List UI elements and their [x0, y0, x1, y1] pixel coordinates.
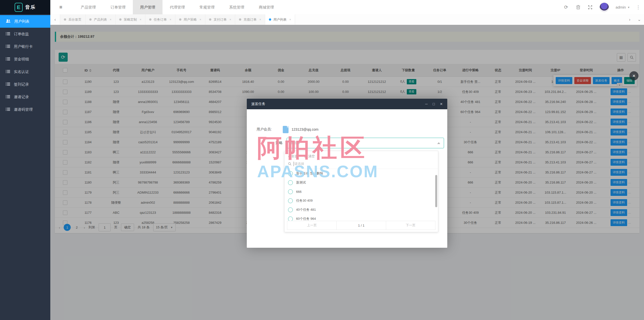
tab-close-icon[interactable]: ×	[229, 18, 231, 21]
modal-title: 派发任务	[251, 102, 265, 106]
menu-item[interactable]: 代理管理	[163, 0, 192, 14]
tab-用户策略[interactable]: 用户策略×	[175, 14, 205, 25]
tabs-scroll-left-icon[interactable]: ‹	[50, 14, 60, 25]
sidebar-item-label: 用户列表	[14, 19, 29, 24]
chevron-down-icon: ▾	[628, 6, 629, 9]
tab-任务订单[interactable]: 任务订单×	[145, 14, 175, 25]
select-all-link[interactable]: ≡ 全选	[288, 154, 298, 159]
dropdown-option[interactable]: 40个任务 481	[285, 205, 438, 214]
app-title: 音乐	[25, 4, 36, 11]
search-icon	[288, 162, 292, 166]
tab-label: 充值订单	[244, 17, 257, 22]
sidebar-item-label: 用户银行卡	[14, 44, 33, 49]
sidebar-item-签到记录[interactable]: 签到记录	[0, 78, 50, 91]
radio-icon[interactable]	[288, 180, 293, 185]
clear-icon: ⊠	[304, 155, 307, 158]
header-actions: ⟳ admin ▾ ⋮	[563, 0, 640, 14]
fullscreen-icon[interactable]	[587, 5, 593, 10]
menu-item[interactable]: 系统管理	[222, 0, 252, 14]
menu-item[interactable]: 用户管理	[133, 0, 163, 14]
radio-icon[interactable]	[288, 217, 293, 221]
sidebar-item-label: 邀请记录	[14, 95, 29, 99]
dropdown-scrollbar[interactable]	[435, 175, 437, 207]
tabs-menu-icon[interactable]: ⌄	[634, 14, 644, 25]
menu-item[interactable]: 产品管理	[73, 0, 103, 14]
more-menu-icon[interactable]: ⋮	[636, 5, 640, 10]
sidebar-item-label: 实名认证	[14, 69, 29, 74]
dropdown-option[interactable]: 666	[285, 187, 438, 196]
option-label: 666	[296, 190, 302, 194]
dropdown-option[interactable]: 新测试	[285, 178, 438, 187]
tab-close-icon[interactable]: ×	[170, 18, 171, 21]
tab-支付订单[interactable]: 支付订单×	[205, 14, 235, 25]
select-all-label: 全选	[291, 154, 298, 159]
sidebar-item-邀请码管理[interactable]: 邀请码管理	[0, 103, 50, 116]
tab-label: 任务订单	[154, 17, 167, 22]
dropdown-search[interactable]: 请选择	[285, 160, 438, 169]
sidebar-item-邀请记录[interactable]: 邀请记录	[0, 91, 50, 103]
username[interactable]: admin	[616, 5, 626, 9]
dropdown-next-page[interactable]: 下一页	[386, 221, 435, 230]
list-icon	[6, 82, 10, 87]
tabs-right-controls: › ⌄	[625, 14, 644, 25]
radio-icon[interactable]	[288, 198, 293, 203]
clear-link[interactable]: ⊠ 清空	[304, 154, 315, 159]
option-label: 40个任务 481	[296, 207, 316, 212]
dropdown-prev-page[interactable]: 上一页	[287, 221, 337, 230]
strategy-select-placeholder: 请选择	[290, 141, 300, 145]
option-label: 任务30 409	[296, 198, 313, 203]
tab-dot-icon	[89, 18, 92, 21]
modal-body: 用户会员: 123123@qq.com 策略 请选择 ≡ 全选 ⊠ 清空	[247, 109, 447, 248]
tab-产品列表[interactable]: 产品列表×	[86, 14, 115, 25]
menu-item[interactable]: 常规管理	[192, 0, 222, 14]
option-label: 60个任务 964	[296, 217, 316, 221]
tab-label: 用户策略	[184, 17, 197, 22]
dropdown-search-placeholder: 请选择	[294, 162, 304, 166]
modal-header[interactable]: 派发任务 ─ □ ✕	[247, 99, 447, 109]
radio-icon[interactable]	[288, 171, 293, 176]
maximize-icon[interactable]: □	[433, 102, 435, 106]
tab-用户列表[interactable]: 用户列表×	[265, 14, 295, 25]
sidebar-item-实名认证[interactable]: 实名认证	[0, 65, 50, 78]
menu-item[interactable]: 订单管理	[103, 0, 133, 14]
avatar[interactable]	[599, 3, 609, 12]
trash-icon[interactable]	[575, 5, 581, 10]
list-icon	[6, 70, 10, 74]
dropdown-options: 新手任务 禁止删除新测试666任务30 40940个任务 48160个任务 96…	[285, 169, 438, 223]
sidebar-item-资金明细[interactable]: 资金明细	[0, 53, 50, 65]
tab-后台首页[interactable]: 后台首页	[60, 14, 86, 25]
tab-label: 策略定制	[124, 17, 137, 22]
close-icon[interactable]: ✕	[440, 102, 443, 106]
tab-策略定制[interactable]: 策略定制×	[115, 14, 145, 25]
refresh-icon[interactable]: ⟳	[563, 5, 569, 10]
sidebar-item-用户列表[interactable]: 用户列表	[0, 15, 50, 28]
dropdown-pager: 上一页 1 / 1 下一页	[287, 221, 435, 230]
list-icon	[6, 32, 10, 36]
sidebar-item-用户银行卡[interactable]: 用户银行卡	[0, 40, 50, 53]
sidebar-item-订单收益[interactable]: 订单收益	[0, 28, 50, 40]
tab-label: 产品列表	[94, 17, 107, 22]
member-label: 用户会员:	[257, 127, 272, 132]
menu-item[interactable]: 商城管理	[252, 0, 281, 14]
radio-icon[interactable]	[288, 189, 293, 194]
tab-close-icon[interactable]: ×	[140, 18, 141, 21]
clear-label: 清空	[308, 154, 315, 159]
top-menu: 产品管理订单管理用户管理代理管理常规管理系统管理商城管理	[73, 0, 281, 14]
dropdown-bulk-actions: ≡ 全选 ⊠ 清空	[285, 151, 438, 160]
radio-icon[interactable]	[288, 207, 293, 212]
tab-close-icon[interactable]: ×	[110, 18, 111, 21]
tabs-scroll-right-icon[interactable]: ›	[625, 14, 634, 25]
strategy-select[interactable]: 请选择	[287, 138, 444, 148]
tab-close-icon[interactable]: ×	[289, 18, 291, 21]
minimize-icon[interactable]: ─	[425, 102, 428, 106]
tab-close-icon[interactable]: ×	[199, 18, 201, 21]
tab-close-icon[interactable]: ×	[259, 18, 261, 21]
list-icon	[6, 45, 10, 49]
member-value: 123123@qq.com	[292, 127, 318, 131]
dropdown-option[interactable]: 任务30 409	[285, 196, 438, 205]
dropdown-option[interactable]: 新手任务 禁止删除	[285, 169, 438, 178]
document-icon	[283, 126, 289, 133]
close-icon[interactable]: ✕	[629, 71, 638, 80]
tab-充值订单[interactable]: 充值订单×	[235, 14, 265, 25]
collapse-menu-icon[interactable]: ≡	[59, 0, 62, 14]
